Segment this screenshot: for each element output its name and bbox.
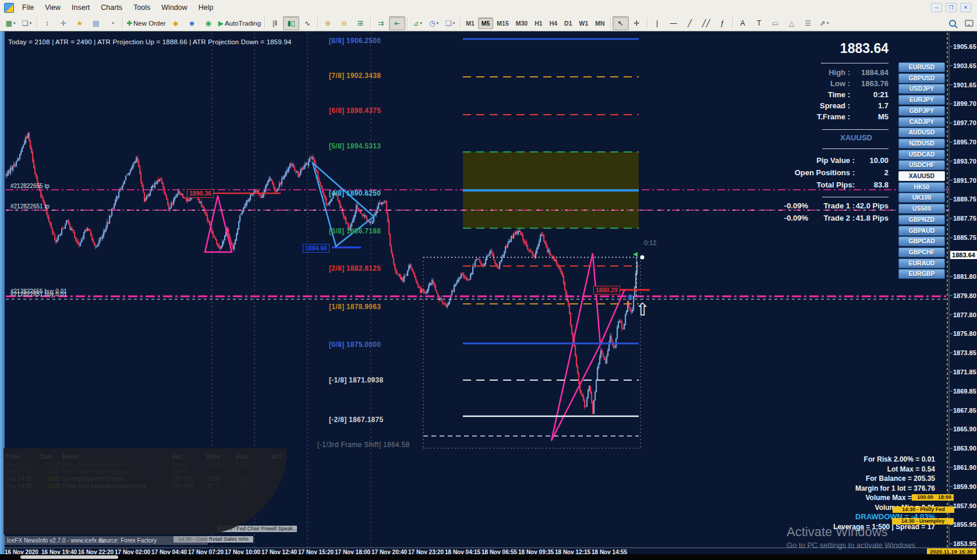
symbol-button-usdchf[interactable]: USDCHF (898, 160, 945, 170)
tile-windows-glyph: ⊞ (357, 19, 363, 27)
murray-level-label: [-2/8] 1867.1875 (329, 416, 384, 424)
navigator-glyph: ★ (77, 19, 83, 27)
symbol-button-uk100[interactable]: UK100 (898, 193, 945, 203)
current-price: 1883.64 (774, 41, 888, 56)
price-scale-label: 1861.90 (953, 464, 976, 471)
zoom-out-icon[interactable]: ⊖ (336, 16, 352, 30)
menu-help[interactable]: Help (195, 2, 217, 13)
zoom-in-icon[interactable]: ⊕ (320, 16, 336, 30)
symbol-button-eurgbp[interactable]: EURGBP (898, 269, 945, 279)
horizontal-line-icon[interactable]: — (666, 16, 682, 30)
horizontal-scrollbar[interactable] (0, 554, 977, 560)
auto-scroll-icon[interactable]: ⇉ (373, 16, 389, 30)
cursor-icon[interactable]: ↖ (613, 16, 629, 30)
terminal-icon[interactable]: ▤ (88, 16, 104, 30)
signals-icon[interactable]: ◉ (200, 16, 217, 30)
crosshair-icon[interactable]: ✛ (629, 16, 645, 30)
risk-line: For Balance = 205.35 (803, 474, 935, 484)
menu-charts[interactable]: Charts (97, 2, 126, 13)
fibo-tools-icon[interactable]: ☰ (800, 16, 816, 30)
order-anchor-icon[interactable]: ❋ (627, 293, 633, 302)
trade-percent: -0.09% (776, 212, 808, 224)
price-alert-tag[interactable]: 1880.29 (593, 286, 620, 295)
trendline-price-tag[interactable]: 1884.66 (303, 244, 330, 253)
menu-tools[interactable]: Tools (130, 2, 154, 13)
scrollbar-thumb[interactable] (20, 555, 118, 559)
up-arrow-marker[interactable]: ⇧ (635, 299, 650, 320)
symbol-button-us500[interactable]: US500 (898, 204, 945, 214)
templates-icon[interactable]: ❏▾ (442, 16, 458, 30)
timeframe-m1[interactable]: M1 (462, 17, 478, 29)
metaeditor-icon[interactable]: ◆ (168, 16, 184, 30)
triangle-tool-icon[interactable]: △ (784, 16, 800, 30)
menu-file[interactable]: File (19, 2, 37, 13)
menu-view[interactable]: View (41, 2, 64, 13)
tile-windows-icon[interactable]: ⊞ (352, 16, 369, 30)
new-order-icon[interactable]: ✚New Order (125, 16, 168, 30)
chart-shift-icon[interactable]: ⇤ (389, 16, 405, 30)
autotrading-icon[interactable]: ▶AutoTrading (217, 16, 263, 30)
price-alert-tag[interactable]: 1890.36 (187, 189, 214, 198)
timeframe-m5[interactable]: M5 (478, 17, 494, 29)
indicator-collapse-icon[interactable]: ▾ (6, 31, 9, 38)
fibonacci-retracement-icon[interactable]: ƒ (714, 16, 731, 30)
timeframe-mn[interactable]: MN (592, 17, 608, 29)
search-icon[interactable] (944, 16, 961, 30)
market-watch-icon[interactable]: ↕ (39, 16, 55, 30)
line-chart-icon[interactable]: ∿ (299, 16, 316, 30)
timeframe-h1[interactable]: H1 (531, 17, 546, 29)
vertical-line-icon[interactable]: | (649, 16, 666, 30)
symbol-button-xauusd[interactable]: XAUUSD (898, 171, 945, 181)
navigator-icon[interactable]: ★ (72, 16, 88, 30)
symbol-button-audusd[interactable]: AUDUSD (898, 127, 945, 137)
symbol-button-eurusd[interactable]: EURUSD (898, 62, 945, 72)
detail-row: Total Pips:83.8 (774, 179, 888, 191)
symbol-button-gbpaud[interactable]: GBPAUD (898, 226, 945, 236)
symbol-button-usdcad[interactable]: USDCAD (898, 150, 945, 160)
symbol-button-gbpusd[interactable]: GBPUSD (898, 73, 945, 83)
text-label-icon[interactable]: T (751, 16, 767, 30)
symbol-button-gbpnzd[interactable]: GBPNZD (898, 215, 945, 225)
price-scale-label: 1863.90 (953, 445, 976, 452)
strategy-tester-icon[interactable]: ◔ (104, 16, 121, 30)
symbol-button-eurjpy[interactable]: EURJPY (898, 95, 945, 105)
timeframe-m15[interactable]: M15 (493, 17, 512, 29)
symbol-button-nzdusd[interactable]: NZDUSD (898, 139, 945, 148)
trendline-icon[interactable]: ╱ (682, 16, 698, 30)
menu-insert[interactable]: Insert (68, 2, 93, 13)
chart-shift-glyph: ⇤ (394, 19, 400, 27)
menu-window[interactable]: Window (158, 2, 190, 13)
timeframe-h4[interactable]: H4 (546, 17, 561, 29)
crosshair-glyph: ✛ (634, 19, 640, 27)
shapes-icon[interactable]: ▭ (767, 16, 784, 30)
new-chart-icon[interactable]: ▦▾ (2, 16, 19, 30)
symbol-button-cadjpy[interactable]: CADJPY (898, 117, 945, 127)
close-icon[interactable]: ✕ (960, 3, 971, 12)
murray-level-label: [-1/8] 1871.0938 (329, 376, 384, 384)
indicators-list-icon[interactable]: ⊿▾ (409, 16, 426, 30)
timeframe-w1[interactable]: W1 (576, 17, 592, 29)
experts-icon[interactable]: ☻ (184, 16, 200, 30)
timeframe-m30[interactable]: M30 (512, 17, 531, 29)
symbol-button-hk50[interactable]: HK50 (898, 182, 945, 192)
chat-icon[interactable] (961, 16, 977, 30)
arrow-tools-icon[interactable]: ⇗▾ (816, 16, 833, 30)
equidistant-channel-icon[interactable]: ╱╱ (698, 16, 714, 30)
data-window-icon[interactable]: ✛ (55, 16, 72, 30)
symbol-button-usdjpy[interactable]: USDJPY (898, 84, 945, 94)
candlestick-chart-icon[interactable]: ▮▯ (283, 16, 299, 30)
minimize-icon[interactable]: ─ (931, 3, 942, 12)
toolbar-separator (407, 17, 408, 29)
timeframe-d1[interactable]: D1 (561, 17, 575, 29)
symbol-button-gbpcad[interactable]: GBPCAD (898, 236, 945, 246)
text-icon[interactable]: A (735, 16, 751, 30)
mt4-window: { "accent_colors":{"magenta":"#ff2ba6","… (0, 0, 977, 560)
bar-chart-icon[interactable]: |‖ (267, 16, 283, 30)
periods-icon[interactable]: ◷▾ (426, 16, 442, 30)
price-scale-current-price: 1883.64 (950, 251, 977, 259)
symbol-button-gbpchf[interactable]: GBPCHF (898, 247, 945, 257)
symbol-button-gbpjpy[interactable]: GBPJPY (898, 106, 945, 116)
symbol-button-euraud[interactable]: EURAUD (898, 258, 945, 268)
chart-profiles-icon[interactable]: ❏▾ (19, 16, 35, 30)
restore-icon[interactable]: ❐ (946, 3, 957, 12)
